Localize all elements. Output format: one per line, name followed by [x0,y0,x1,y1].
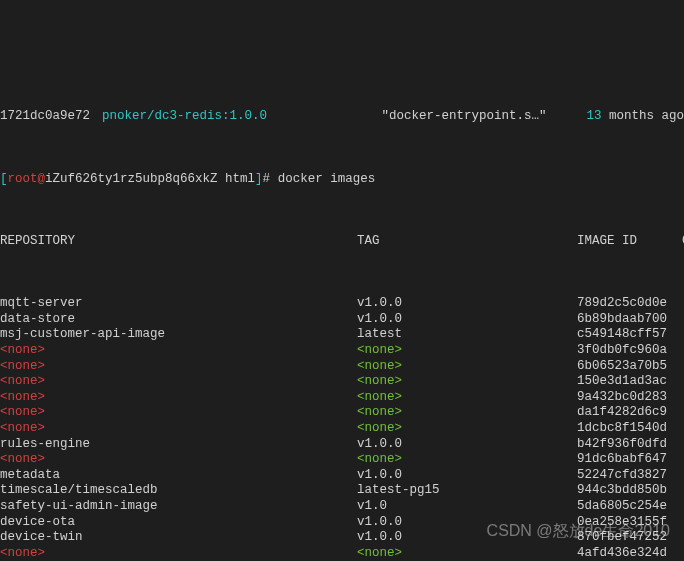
header-tag: TAG [357,234,577,250]
cell-tag: <none> [357,421,577,437]
terminal-output[interactable]: 1721dc0a9e72pnoker/dc3-redis:1.0.0"docke… [0,62,684,561]
table-row: mqtt-serverv1.0.0789d2c5c0d0e [0,296,684,312]
command-text: docker images [278,172,376,186]
cell-tag: v1.0.0 [357,530,577,546]
cell-tag: <none> [357,343,577,359]
cell-tag: latest-pg15 [357,483,577,499]
cell-repository: device-twin [0,530,357,546]
cell-image-id: c549148cff57 [577,327,684,343]
table-row: <none><none>91dc6babf647 [0,452,684,468]
cell-image-id: 91dc6babf647 [577,452,684,468]
header-repository: REPOSITORY [0,234,357,250]
table-row: <none><none>6b06523a70b5 [0,359,684,375]
table-row: device-otav1.0.00ea258e3155f [0,515,684,531]
cell-tag: v1.0.0 [357,515,577,531]
cell-repository: <none> [0,546,357,561]
container-age: 13 months ago [586,109,684,125]
prompt-close: ] [255,172,263,186]
table-header-row: REPOSITORYTAGIMAGE ID C [0,234,684,250]
cell-image-id: 9a432bc0d283 [577,390,684,406]
cell-repository: <none> [0,359,357,375]
table-row: device-twinv1.0.0870fbef47252 [0,530,684,546]
cell-image-id: 5da6805c254e [577,499,684,515]
cell-repository: rules-engine [0,437,357,453]
cell-image-id: 944c3bdd850b [577,483,684,499]
cell-repository: <none> [0,421,357,437]
table-row: <none><none>1dcbc8f1540d [0,421,684,437]
cell-tag: <none> [357,374,577,390]
header-image-id: IMAGE ID C [577,234,684,250]
prompt-host: iZuf626ty1rz5ubp8q66xkZ html [45,172,255,186]
cell-tag: v1.0 [357,499,577,515]
prompt-open: [ [0,172,8,186]
cell-repository: safety-ui-admin-image [0,499,357,515]
table-row: rules-enginev1.0.0b42f936f0dfd [0,437,684,453]
cell-tag: <none> [357,452,577,468]
table-row: safety-ui-admin-imagev1.05da6805c254e [0,499,684,515]
cell-repository: data-store [0,312,357,328]
table-row: <none><none>3f0db0fc960a [0,343,684,359]
table-row: <none><none>4afd436e324d [0,546,684,561]
prompt-hash: # [263,172,271,186]
cell-repository: <none> [0,374,357,390]
cell-repository: <none> [0,452,357,468]
cell-tag: v1.0.0 [357,437,577,453]
cell-image-id: 150e3d1ad3ac [577,374,684,390]
prompt-at: @ [38,172,46,186]
table-row: metadatav1.0.052247cfd3827 [0,468,684,484]
cell-repository: <none> [0,343,357,359]
cell-tag: v1.0.0 [357,468,577,484]
docker-ps-row: 1721dc0a9e72pnoker/dc3-redis:1.0.0"docke… [0,109,684,125]
cell-repository: device-ota [0,515,357,531]
table-row: msj-customer-api-imagelatestc549148cff57 [0,327,684,343]
table-row: timescale/timescaledblatest-pg15944c3bdd… [0,483,684,499]
cell-tag: v1.0.0 [357,296,577,312]
table-row: <none><none>150e3d1ad3ac [0,374,684,390]
cell-image-id: da1f4282d6c9 [577,405,684,421]
cell-tag: v1.0.0 [357,312,577,328]
table-body: mqtt-serverv1.0.0789d2c5c0d0edata-storev… [0,296,684,561]
cell-image-id: b42f936f0dfd [577,437,684,453]
cell-repository: msj-customer-api-image [0,327,357,343]
cell-image-id: 870fbef47252 [577,530,684,546]
cell-tag: <none> [357,359,577,375]
cell-image-id: 6b89bdaab700 [577,312,684,328]
cell-image-id: 6b06523a70b5 [577,359,684,375]
prompt-user: root [8,172,38,186]
cell-repository: mqtt-server [0,296,357,312]
table-row: <none><none>9a432bc0d283 [0,390,684,406]
cell-image-id: 3f0db0fc960a [577,343,684,359]
shell-prompt[interactable]: [root@iZuf626ty1rz5ubp8q66xkZ html]# doc… [0,172,684,188]
cell-repository: metadata [0,468,357,484]
cell-tag: <none> [357,546,577,561]
table-row: data-storev1.0.06b89bdaab700 [0,312,684,328]
cell-image-id: 789d2c5c0d0e [577,296,684,312]
container-id: 1721dc0a9e72 [0,109,102,125]
cell-image-id: 52247cfd3827 [577,468,684,484]
container-command: "docker-entrypoint.s…" [382,109,587,125]
cell-repository: <none> [0,390,357,406]
cell-image-id: 4afd436e324d [577,546,684,561]
table-row: <none><none>da1f4282d6c9 [0,405,684,421]
cell-repository: <none> [0,405,357,421]
cell-repository: timescale/timescaledb [0,483,357,499]
container-image: pnoker/dc3-redis:1.0.0 [102,109,382,125]
cell-tag: latest [357,327,577,343]
cell-image-id: 0ea258e3155f [577,515,684,531]
cell-tag: <none> [357,405,577,421]
cell-tag: <none> [357,390,577,406]
cell-image-id: 1dcbc8f1540d [577,421,684,437]
